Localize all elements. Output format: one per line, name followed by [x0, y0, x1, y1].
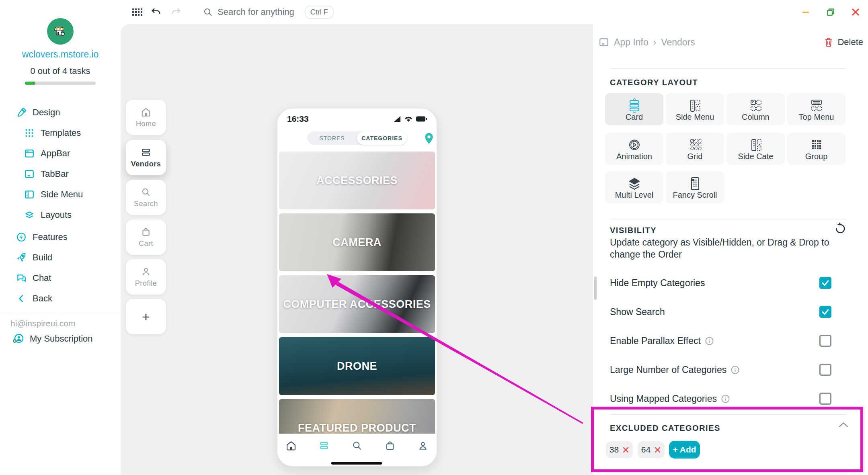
sidebar-item-sidemenu[interactable]: Side Menu [0, 184, 121, 205]
chevron-up-icon[interactable] [838, 421, 849, 430]
category-label: CAMERA [332, 236, 382, 249]
phone-nav-profile-icon[interactable] [417, 440, 429, 453]
tab-stores[interactable]: STORES [307, 131, 357, 145]
phone-nav-categories-icon[interactable] [318, 440, 330, 453]
layout-option-multi-level[interactable]: Multi Level [605, 171, 663, 203]
excluded-category-chip: 64 [638, 441, 665, 458]
wifi-icon [404, 115, 413, 123]
close-button[interactable] [849, 5, 862, 19]
sidebar-item-label: Chat [33, 273, 51, 283]
layout-option-label: Side Cate [738, 152, 774, 161]
sidebar-item-build[interactable]: Build [0, 247, 121, 268]
show-search-checkbox[interactable] [819, 306, 831, 318]
remove-icon[interactable] [622, 446, 629, 453]
category-card-camera[interactable]: CAMERA [279, 213, 435, 271]
section-divider [610, 414, 846, 415]
minimize-button[interactable] [799, 5, 813, 19]
builder-tab-label: Search [134, 200, 158, 208]
sidebar-item-label: Features [33, 232, 68, 242]
sidebar-item-tabbar[interactable]: TabBar [0, 164, 121, 184]
sidebar-item-label: Layouts [41, 210, 72, 220]
sidebar-item-templates[interactable]: Templates [0, 123, 121, 143]
topbar: Search for anything Ctrl F [121, 0, 868, 24]
category-card-drone[interactable]: DRONE [279, 337, 435, 395]
builder-tab-home[interactable]: Home [126, 100, 166, 135]
sidebar-item-label: Templates [41, 128, 81, 138]
my-subscription-link[interactable]: My Subscription [12, 334, 93, 344]
hide-empty-categories-checkbox[interactable] [819, 277, 831, 289]
category-card-accessories[interactable]: ACCESSORIES [279, 152, 435, 209]
multi-level-layout-icon [627, 176, 642, 191]
trash-icon [824, 37, 833, 47]
layout-option-grid[interactable]: Grid [666, 133, 724, 165]
sidebar-item-features[interactable]: Features [0, 227, 121, 247]
restore-button[interactable] [824, 5, 837, 19]
phone-nav-home-icon[interactable] [285, 440, 297, 453]
sidebar-item-design[interactable]: Design [0, 102, 121, 123]
sidebar: wclovers.mstore.io 0 out of 4 tasks Desi… [0, 0, 121, 475]
parallax-checkbox[interactable] [819, 335, 831, 347]
reset-icon[interactable] [834, 223, 846, 236]
breadcrumb: App Info › Vendors [599, 32, 695, 52]
layout-option-card[interactable]: Card [605, 93, 663, 125]
category-card-computer-accessories[interactable]: COMPUTER ACCESSORIES [279, 275, 435, 333]
builder-tab-vendors[interactable]: Vendors [126, 140, 166, 175]
sidebar-item-chat[interactable]: Chat [0, 268, 121, 288]
global-search[interactable]: Search for anything Ctrl F [203, 0, 334, 24]
sidebar-item-label: AppBar [41, 148, 70, 159]
search-icon [141, 187, 151, 197]
tasks-progress-bar [25, 82, 96, 85]
sidebar-item-back[interactable]: Back [0, 288, 121, 309]
layout-option-label: Side Menu [676, 113, 714, 122]
layout-option-column[interactable]: Column [726, 93, 785, 125]
panel-header: App Info › Vendors Delete [593, 32, 868, 52]
toggle-label: Using Mapped Categories [610, 393, 717, 404]
builder-tab-search[interactable]: Search [126, 180, 166, 215]
features-icon [16, 232, 27, 242]
tab-categories[interactable]: CATEGORIES [357, 131, 407, 145]
mapped-categories-checkbox[interactable] [819, 393, 831, 405]
remove-icon[interactable] [654, 446, 661, 453]
redo-icon[interactable] [170, 0, 182, 24]
chip-value: 64 [641, 445, 650, 455]
large-number-checkbox[interactable] [819, 364, 831, 376]
add-excluded-category-button[interactable]: + Add [669, 441, 700, 459]
panel-scrollbar[interactable] [594, 276, 597, 300]
layout-option-side-cate[interactable]: Side Cate [726, 133, 785, 165]
layout-option-group[interactable]: Group [787, 133, 845, 165]
plus-label: + [142, 309, 150, 325]
layout-option-side-menu[interactable]: Side Menu [666, 93, 724, 125]
phone-nav-cart-icon[interactable] [384, 440, 396, 453]
info-icon[interactable] [705, 336, 714, 346]
side-menu-icon [24, 189, 35, 200]
layout-option-animation[interactable]: Animation [605, 133, 663, 165]
sidebar-item-appbar[interactable]: AppBar [0, 143, 121, 164]
apps-grid-icon[interactable] [132, 0, 143, 24]
builder-tab-profile[interactable]: Profile [126, 259, 166, 295]
add-tab-button[interactable]: + [126, 299, 166, 334]
excluded-category-chip: 38 [606, 441, 633, 458]
signal-icon [393, 115, 401, 123]
project-domain-link[interactable]: wclovers.mstore.io [0, 49, 121, 60]
layout-option-fancy-scroll[interactable]: Fancy Scroll [666, 171, 724, 203]
tasks-progress-fill [25, 82, 35, 85]
delete-label: Delete [837, 37, 863, 47]
sidebar-divider [0, 312, 121, 312]
breadcrumb-root[interactable]: App Info [614, 37, 648, 48]
delete-button[interactable]: Delete [824, 32, 863, 52]
search-icon [203, 7, 213, 17]
phone-status-icons [393, 115, 427, 123]
layout-option-top-menu[interactable]: Top Menu [787, 93, 845, 125]
phone-nav-search-icon[interactable] [351, 440, 363, 453]
undo-icon[interactable] [150, 0, 162, 24]
location-pin-icon[interactable] [424, 133, 434, 146]
section-divider [610, 219, 846, 219]
info-icon[interactable] [731, 365, 740, 375]
toggle-label: Large Number of Categories [610, 364, 726, 375]
layout-option-label: Grid [687, 152, 703, 161]
info-icon[interactable] [721, 394, 730, 403]
sidebar-item-layouts[interactable]: Layouts [0, 205, 121, 225]
layout-option-label: Animation [616, 152, 652, 161]
builder-tab-cart[interactable]: Cart [126, 219, 166, 255]
phone-status-bar: 16:33 [277, 114, 437, 124]
